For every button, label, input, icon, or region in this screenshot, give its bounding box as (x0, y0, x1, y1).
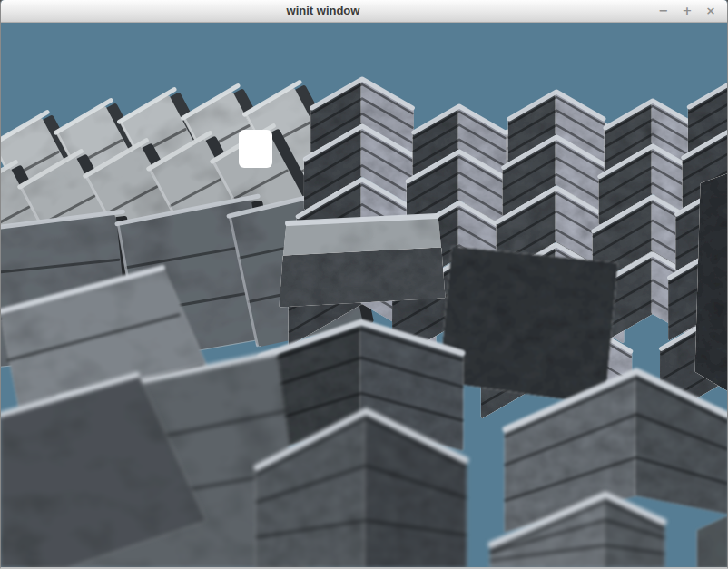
window-title: winit window (1, 0, 645, 22)
window-controls: − + × (654, 0, 720, 22)
minimize-icon: − (659, 4, 669, 17)
minimize-button[interactable]: − (654, 2, 673, 20)
app-window: winit window − + × (0, 0, 728, 569)
stone-face (696, 175, 727, 389)
stone-face (440, 248, 616, 404)
maximize-button[interactable]: + (678, 2, 696, 20)
close-button[interactable]: × (702, 2, 720, 20)
light-source-cube (239, 130, 272, 168)
close-icon: × (706, 4, 716, 17)
stone-slab (280, 249, 444, 306)
maximize-icon: + (683, 4, 693, 17)
render-viewport[interactable] (1, 23, 727, 567)
stone-slab (440, 248, 616, 404)
titlebar[interactable]: winit window − + × (1, 0, 727, 23)
stone-face (280, 249, 444, 306)
gl-scene (1, 23, 727, 567)
stone-slab (696, 175, 727, 389)
